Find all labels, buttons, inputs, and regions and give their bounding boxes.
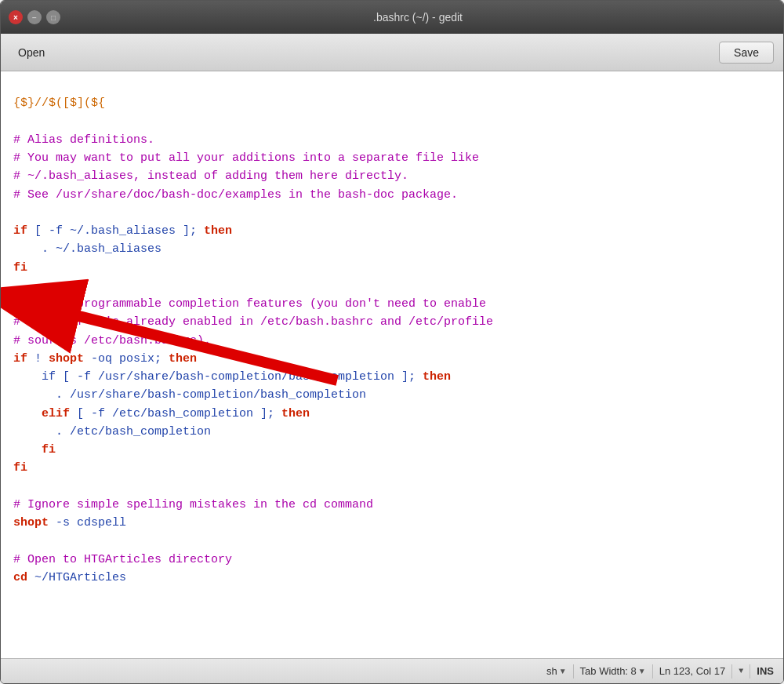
code-line-fi3: fi [13,461,27,475]
tab-width-label: Tab Width: 8 [580,665,637,677]
code-line-cd: cd ~/HTGArticles [13,571,126,584]
cursor-position: Ln 123, Col 17 [659,665,726,677]
code-line-comment-7: # sources /etc/bash.bashrc). [13,334,211,347]
code-line-comment-2: # You may want to put all your additions… [13,151,479,165]
code-line-shopt: shopt -s cdspell [13,516,126,529]
status-divider-4 [750,664,750,679]
language-label: sh [546,665,557,677]
position-chevron-icon: ▼ [739,667,743,675]
code-line-dot1: . ~/.bash_aliases [13,242,162,256]
code-line-comment-9: # Open to HTGArticles directory [13,553,232,566]
editor-area[interactable]: {$}//$([$](${ # Alias definitions. # You… [1,71,783,658]
code-line-comment-5: # enable programmable completion feature… [13,297,486,311]
window-controls: × − □ [9,10,60,24]
close-button[interactable]: × [9,10,23,24]
status-divider-2 [652,664,653,679]
maximize-icon: □ [51,13,56,22]
close-icon: × [13,13,18,22]
code-line-comment-3: # ~/.bash_aliases, instead of adding the… [13,169,408,183]
code-line-comment-8: # Ignore simple spelling mistakes in the… [13,498,373,511]
code-line-comment-1: # Alias definitions. [13,133,154,147]
language-chevron-icon: ▼ [559,667,567,675]
minimize-icon: − [32,13,37,22]
statusbar: sh ▼ Tab Width: 8 ▼ Ln 123, Col 17 ▼ INS [1,658,783,683]
code-line-elif: elif [ -f /etc/bash_completion ]; then [13,407,310,420]
tab-width-chevron-icon: ▼ [638,667,646,675]
code-line-shebang: {$}//$([$](${ [13,96,112,110]
status-divider-1 [573,664,574,679]
code-line-if1: if [ -f ~/.bash_aliases ]; then [13,224,232,238]
main-window: × − □ .bashrc (~/) - gedit Open Save [0,0,784,684]
code-line-fi2: fi [13,443,56,457]
code-line-dot2: . /usr/share/bash-completion/bash_comple… [13,388,366,402]
code-line-comment-6: # this, if it's already enabled in /etc/… [13,315,493,329]
code-line-dot3: . /etc/bash_completion [13,425,211,438]
window-title: .bashrc (~/) - gedit [60,11,775,24]
code-editor[interactable]: {$}//$([$](${ # Alias definitions. # You… [1,71,783,617]
toolbar: Open Save [1,34,783,71]
save-button[interactable]: Save [719,42,774,64]
open-button[interactable]: Open [10,43,53,62]
language-selector[interactable]: sh ▼ [546,665,567,677]
maximize-button[interactable]: □ [46,10,60,24]
minimize-button[interactable]: − [27,10,42,24]
position-label: Ln 123, Col 17 [659,665,726,677]
status-divider-3 [731,664,732,679]
tab-width-selector[interactable]: Tab Width: 8 ▼ [580,665,646,677]
titlebar: × − □ .bashrc (~/) - gedit [1,1,783,34]
code-line-comment-4: # See /usr/share/doc/bash-doc/examples i… [13,188,458,202]
code-line-fi1: fi [13,261,27,275]
code-line-if2: if ! shopt -oq posix; then [13,352,197,366]
code-line-if3: if [ -f /usr/share/bash-completion/bash_… [13,370,451,384]
insert-mode-label: INS [757,665,774,677]
